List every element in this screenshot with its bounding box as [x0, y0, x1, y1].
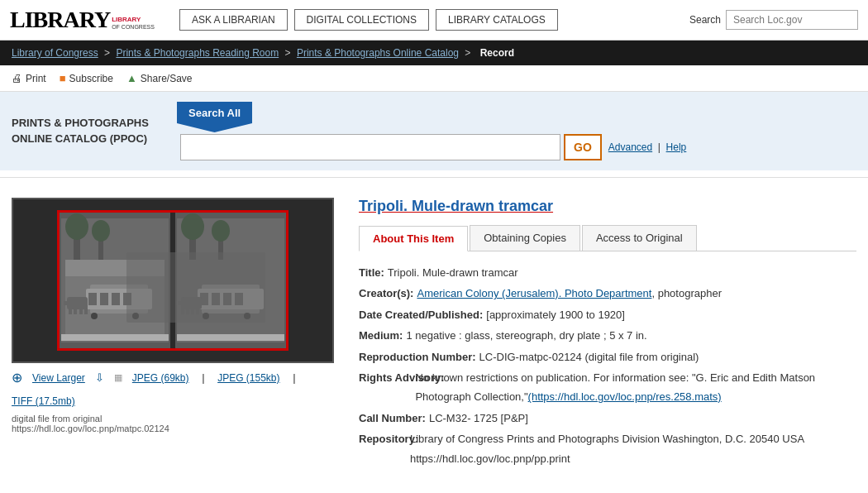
advanced-help-links: Advanced | Help [608, 141, 687, 153]
library-catalogs-button[interactable]: LIBRARY CATALOGS [436, 9, 558, 31]
image-placeholder [57, 210, 289, 351]
tabs: About This Item Obtaining Copies Access … [359, 225, 856, 251]
meta-label-medium: Medium: [359, 326, 403, 345]
print-icon: 🖨 [12, 72, 22, 84]
download-icon: ⇩ [95, 371, 104, 384]
jpeg-155-link[interactable]: JPEG (155kb) [217, 372, 279, 384]
svg-rect-40 [191, 308, 194, 314]
svg-rect-18 [64, 301, 70, 305]
svg-rect-13 [112, 293, 120, 305]
subscribe-icon: ■ [60, 72, 66, 84]
jpeg-69-link[interactable]: JPEG (69kb) [132, 372, 189, 384]
svg-rect-11 [88, 293, 97, 305]
meta-row-rights: Rights Advisory: No known restrictions o… [359, 368, 856, 407]
svg-rect-4 [65, 260, 165, 276]
svg-rect-39 [186, 308, 189, 314]
logo-sub2: OF CONGRESS [112, 24, 155, 31]
svg-rect-21 [79, 308, 83, 314]
meta-row-repro: Reproduction Number: LC-DIG-matpc-02124 … [359, 347, 856, 366]
tab-access-to-original[interactable]: Access to Original [582, 225, 697, 251]
meta-value-call: LC-M32- 1725 [P&P] [429, 409, 528, 428]
expand-icon: ⊕ [12, 370, 22, 385]
print-button[interactable]: 🖨 Print [12, 72, 46, 84]
image-container [12, 198, 334, 363]
svg-rect-31 [212, 293, 220, 305]
svg-rect-42 [61, 334, 169, 341]
breadcrumb-sep3: > [465, 47, 473, 59]
search-section: PRINTS & PHOTOGRAPHS ONLINE CATALOG (PPO… [0, 92, 868, 170]
meta-value-repo: Library of Congress Prints and Photograp… [410, 429, 856, 468]
svg-rect-19 [69, 308, 72, 314]
toolbar: 🖨 Print ■ Subscribe ▲ Share/Save [0, 65, 868, 92]
image-caption: digital file from original [12, 414, 342, 424]
advanced-link[interactable]: Advanced [608, 141, 652, 153]
meta-row-repo: Repository: Library of Congress Prints a… [359, 429, 856, 468]
breadcrumb-loc-link[interactable]: Library of Congress [12, 47, 98, 59]
svg-point-16 [132, 313, 139, 319]
header: LIBRARY LIBRARY OF CONGRESS ASK A LIBRAR… [0, 0, 868, 41]
svg-point-35 [244, 313, 250, 319]
help-link[interactable]: Help [666, 141, 687, 153]
svg-rect-37 [178, 301, 184, 305]
creator-link[interactable]: American Colony (Jerusalem). Photo Depar… [417, 287, 651, 299]
record-image [57, 210, 289, 351]
breadcrumb-online-catalog-link[interactable]: Prints & Photographs Online Catalog [297, 47, 459, 59]
logo-text: LIBRARY [10, 7, 110, 33]
search-main-input[interactable] [180, 134, 560, 160]
view-larger-link[interactable]: View Larger [32, 372, 85, 384]
meta-row-medium: Medium: 1 negative : glass, stereograph,… [359, 326, 856, 345]
jpeg-small-icon: ▦ [114, 372, 122, 383]
tiff-link[interactable]: TIFF (17.5mb) [12, 395, 75, 407]
ppoc-title: PRINTS & PHOTOGRAPHS ONLINE CATALOG (PPO… [12, 116, 177, 146]
main-content: ⊕ View Larger ⇩ ▦ JPEG (69kb) | JPEG (15… [0, 184, 868, 483]
rights-link[interactable]: (https://hdl.loc.gov/loc.pnp/res.258.mat… [528, 390, 722, 403]
svg-rect-33 [235, 293, 243, 305]
svg-rect-29 [198, 289, 264, 309]
breadcrumb: Library of Congress > Prints & Photograp… [0, 41, 868, 65]
image-inner [57, 210, 289, 351]
share-save-label: Share/Save [141, 73, 193, 84]
svg-rect-43 [177, 334, 284, 341]
go-button[interactable]: GO [564, 134, 602, 160]
svg-rect-38 [181, 308, 184, 314]
tab-obtaining-copies[interactable]: Obtaining Copies [470, 225, 580, 251]
svg-rect-14 [123, 293, 131, 305]
print-label: Print [26, 73, 46, 84]
meta-label-repo: Repository: [359, 429, 407, 468]
logo-sub1: LIBRARY [112, 16, 155, 24]
logo-subtitle: LIBRARY OF CONGRESS [112, 16, 155, 31]
meta-value-date: [approximately 1900 to 1920] [486, 305, 625, 324]
detail-panel: Tripoli. Mule-drawn tramcar About This I… [359, 198, 856, 470]
svg-rect-28 [202, 285, 260, 314]
record-title: Tripoli. Mule-drawn tramcar [359, 198, 856, 215]
share-save-button[interactable]: ▲ Share/Save [126, 72, 193, 84]
digital-collections-button[interactable]: DIGITAL COLLECTIONS [294, 9, 429, 31]
meta-label-title: Title: [359, 263, 384, 282]
subscribe-button[interactable]: ■ Subscribe [60, 72, 113, 84]
meta-value-repro: LC-DIG-matpc-02124 (digital file from or… [479, 347, 699, 366]
breadcrumb-current: Record [480, 47, 514, 59]
breadcrumb-sep1: > [104, 47, 112, 59]
svg-rect-23 [170, 210, 175, 351]
meta-value-rights: No known restrictions on publication. Fo… [415, 368, 856, 407]
meta-value-title: Tripoli. Mule-drawn tramcar [388, 263, 518, 282]
tab-about-this-item[interactable]: About This Item [359, 226, 468, 251]
logo: LIBRARY LIBRARY OF CONGRESS [10, 7, 155, 33]
meta-row-creator: Creator(s): American Colony (Jerusalem).… [359, 284, 856, 303]
meta-label-creator: Creator(s): [359, 284, 413, 303]
svg-rect-22 [84, 308, 88, 314]
meta-row-title: Title: Tripoli. Mule-drawn tramcar [359, 263, 856, 282]
svg-rect-32 [223, 293, 231, 305]
image-actions: ⊕ View Larger ⇩ ▦ JPEG (69kb) | JPEG (15… [12, 363, 342, 410]
search-label: Search [689, 14, 721, 26]
header-search-input[interactable] [726, 10, 858, 30]
nav-buttons: ASK A LIBRARIAN DIGITAL COLLECTIONS LIBR… [179, 9, 558, 31]
svg-point-27 [212, 220, 230, 242]
svg-point-6 [65, 213, 88, 240]
ask-librarian-button[interactable]: ASK A LIBRARIAN [179, 9, 288, 31]
breadcrumb-reading-room-link[interactable]: Prints & Photographs Reading Room [116, 47, 279, 59]
svg-point-15 [91, 313, 98, 319]
svg-rect-20 [74, 308, 77, 314]
search-all-button[interactable]: Search All [177, 102, 252, 132]
image-panel: ⊕ View Larger ⇩ ▦ JPEG (69kb) | JPEG (15… [12, 198, 342, 470]
